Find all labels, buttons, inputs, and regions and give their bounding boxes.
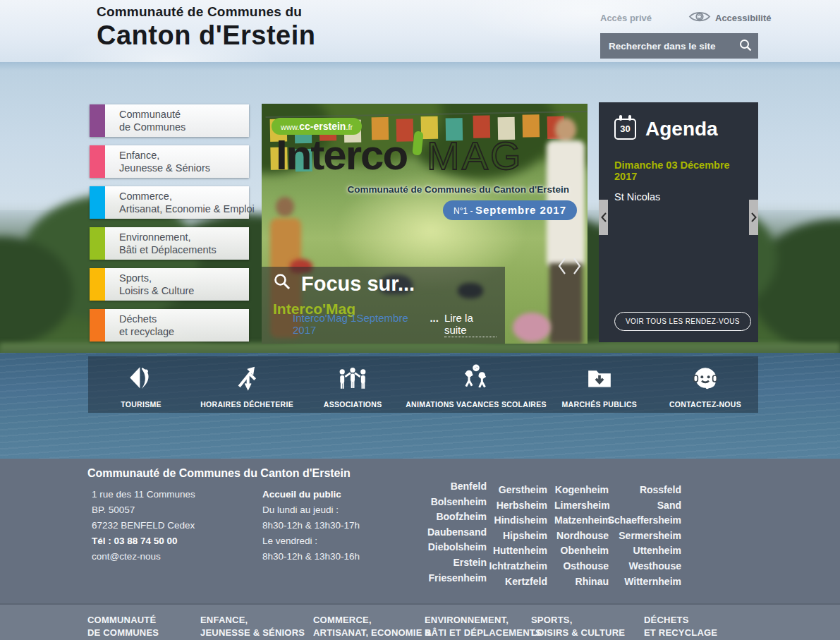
agenda-prev-icon[interactable] <box>599 200 608 235</box>
category-color-bar <box>90 268 105 301</box>
commune-link[interactable]: Rhinau <box>554 574 609 590</box>
agenda-event-date: Dimanche 03 Décembre 2017 <box>614 159 743 182</box>
quicklink-animations-vacances[interactable]: ANIMATIONS VACANCES SCOLAIRES <box>406 356 547 413</box>
logo-text-interco: Interco <box>276 131 407 179</box>
agenda-header: 30 Agenda <box>614 118 758 140</box>
agenda-panel: 30 Agenda Dimanche 03 Décembre 2017 St N… <box>599 102 758 342</box>
commune-link[interactable]: Friesenheim <box>413 571 487 586</box>
commune-link[interactable]: Gerstheim <box>487 483 547 498</box>
footer-hours: Accueil du public Du lundi au jeudi : 8h… <box>262 487 360 564</box>
quicklink-label: MARCHÉS PUBLICS <box>562 400 638 409</box>
commune-link[interactable]: Osthouse <box>554 559 609 574</box>
commune-link[interactable]: Schaeffersheim <box>607 513 681 529</box>
bottomnav-dechets[interactable]: DÉCHETS ET RECYCLAGE <box>644 614 717 639</box>
sidebar-item-sports-loisirs-culture[interactable]: Sports, Loisirs & Culture <box>90 268 249 301</box>
quicklink-horaires-decheterie[interactable]: HORAIRES DÉCHETERIE <box>194 356 300 413</box>
sidebar-item-commerce-artisanat[interactable]: Commerce, Artisanat, Economie & Emploi <box>90 186 249 219</box>
bottomnav-enfance[interactable]: ENFANCE, JEUNESSE & SÉNIORS <box>200 614 305 639</box>
focus-title: Focus sur... <box>273 272 505 296</box>
category-menu: Communauté de Communes Enfance, Jeunesse… <box>90 104 249 350</box>
sidebar-item-label: Loisirs & Culture <box>119 284 194 298</box>
footer-email-link[interactable]: cont@ctez-nous <box>92 549 195 564</box>
accessibility-link[interactable]: Accessibilité <box>688 9 772 27</box>
commune-link[interactable]: Hipsheim <box>487 529 547 544</box>
quicklink-label: TOURISME <box>121 400 162 409</box>
carousel-prev-icon[interactable] <box>555 253 568 279</box>
search-input[interactable] <box>600 33 758 59</box>
commune-link[interactable]: Bolsenheim <box>413 495 487 510</box>
focus-overlay: Focus sur... Interco'Mag Interco'Mag 1Se… <box>262 267 505 344</box>
commune-link[interactable]: Kertzfeld <box>487 574 547 590</box>
photo-person <box>276 197 294 217</box>
quicklink-associations[interactable]: ASSOCIATIONS <box>300 356 406 413</box>
bottomnav-environnement[interactable]: ENVIRONNEMENT, BÂTI ET DÉPLACEMENTS <box>425 614 542 639</box>
bottomnav-commerce[interactable]: COMMERCE, ARTISANAT, ECONOMIE & <box>313 614 432 639</box>
headset-face-icon <box>690 364 721 395</box>
sidebar-item-label: Artisanat, Economie & Emploi <box>119 203 255 216</box>
category-color-bar <box>90 145 105 178</box>
focus-meta-link[interactable]: Interco'Mag 1Septembre 2017 <box>293 312 430 336</box>
site-search <box>600 33 758 59</box>
tourism-icon <box>126 364 156 395</box>
intercomag-logo: IntercoMAG <box>276 131 523 179</box>
footer-hours-title: Accueil du public <box>262 487 360 502</box>
commune-link[interactable]: Sermersheim <box>607 529 681 544</box>
site-title-line2: Canton d'Erstein <box>97 20 316 51</box>
communes-column-2: Gerstheim Herbsheim Hindisheim Hipsheim … <box>487 483 547 589</box>
commune-link[interactable]: Ichtratzheim <box>487 559 547 574</box>
commune-link[interactable]: Kogenheim <box>554 483 609 498</box>
agenda-next-icon[interactable] <box>749 200 758 235</box>
footer-title: Communauté de Communes du Canton d'Erste… <box>87 467 351 480</box>
ellipsis: ... <box>430 312 439 324</box>
communes-column-3: Kogenheim Limersheim Matzenheim Nordhous… <box>554 483 609 589</box>
magazine-subtitle: Communauté de Communes du Canton d'Erste… <box>348 184 569 195</box>
commune-link[interactable]: Nordhouse <box>554 529 609 544</box>
commune-link[interactable]: Matzenheim <box>554 513 609 529</box>
magnifier-icon <box>273 272 291 296</box>
sidebar-item-enfance-jeunesse-seniors[interactable]: Enfance, Jeunesse & Séniors <box>90 145 249 178</box>
carousel-nav <box>555 253 583 279</box>
communes-column-4: Rossfeld Sand Schaeffersheim Sermersheim… <box>607 483 681 589</box>
sidebar-item-communaute-de-communes[interactable]: Communauté de Communes <box>90 104 249 137</box>
commune-link[interactable]: Westhouse <box>607 559 681 574</box>
site-header: Communauté de Communes du Canton d'Erste… <box>0 0 840 62</box>
footer-address: 1 rue des 11 Communes BP. 50057 67232 BE… <box>92 487 195 564</box>
sidebar-item-environnement-bati[interactable]: Environnement, Bâti et Déplacements <box>90 227 249 260</box>
agenda-event-link[interactable]: St Nicolas <box>614 191 743 203</box>
quicklink-contact[interactable]: CONTACTEZ-NOUS <box>652 356 758 413</box>
commune-link[interactable]: Uttenheim <box>607 543 681 559</box>
commune-link[interactable]: Huttenheim <box>487 543 547 559</box>
commune-link[interactable]: Boofzheim <box>413 509 487 525</box>
category-color-bar <box>90 227 105 260</box>
commune-link[interactable]: Sand <box>607 498 681 514</box>
commune-link[interactable]: Diebolsheim <box>413 540 487 555</box>
commune-link[interactable]: Obenheim <box>554 543 609 559</box>
sidebar-item-label: Commerce, <box>119 190 255 203</box>
bottomnav-communaute[interactable]: COMMUNAUTÉ DE COMMUNES <box>87 614 159 639</box>
bottomnav-sports[interactable]: SPORTS, LOISIRS & CULTURE <box>531 614 625 639</box>
commune-link[interactable]: Herbsheim <box>487 498 547 514</box>
read-more-link[interactable]: Lire la suite <box>444 312 497 337</box>
carousel-next-icon[interactable] <box>571 253 583 279</box>
category-color-bar <box>90 104 105 137</box>
kids-playing-icon <box>461 364 492 395</box>
commune-link[interactable]: Daubensand <box>413 525 487 541</box>
see-all-events-button[interactable]: VOIR TOUS LES RENDEZ-VOUS <box>614 312 751 331</box>
quicklink-label: ANIMATIONS VACANCES SCOLAIRES <box>406 400 547 409</box>
hero-carousel-slide[interactable]: www.cc-erstein.fr IntercoMAG Communauté … <box>262 104 588 344</box>
calendar-icon: 30 <box>614 119 636 140</box>
bottom-nav: COMMUNAUTÉ DE COMMUNES ENFANCE, JEUNESSE… <box>0 603 840 640</box>
commune-link[interactable]: Hindisheim <box>487 513 547 529</box>
sidebar-item-label: Bâti et Déplacements <box>119 243 217 257</box>
search-icon[interactable] <box>737 38 754 54</box>
commune-link[interactable]: Witternheim <box>607 574 681 590</box>
quicklink-tourisme[interactable]: TOURISME <box>88 356 194 413</box>
commune-link[interactable]: Limersheim <box>554 498 609 514</box>
quicklink-marches-publics[interactable]: MARCHÉS PUBLICS <box>547 356 652 413</box>
private-access-link[interactable]: Accès privé <box>600 13 652 23</box>
people-group-icon <box>336 364 369 395</box>
commune-link[interactable]: Rossfeld <box>607 483 681 498</box>
commune-link[interactable]: Erstein <box>413 555 487 571</box>
commune-link[interactable]: Benfeld <box>413 479 487 495</box>
sidebar-item-dechets-recyclage[interactable]: Déchets et recyclage <box>90 309 249 342</box>
